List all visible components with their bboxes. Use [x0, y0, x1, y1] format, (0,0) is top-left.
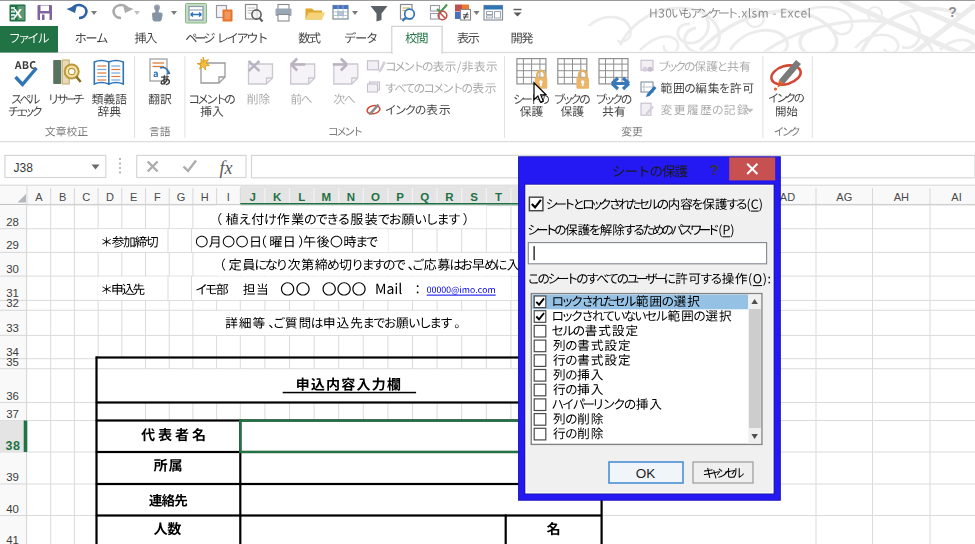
- svg-text:D: D: [106, 191, 114, 203]
- svg-text:P: P: [396, 191, 404, 203]
- svg-text:E: E: [130, 191, 137, 203]
- svg-text:K: K: [273, 191, 282, 203]
- svg-text:?: ?: [710, 162, 719, 178]
- svg-text:35: 35: [6, 356, 19, 368]
- svg-text:N: N: [347, 191, 355, 203]
- svg-text:39: 39: [6, 471, 19, 483]
- svg-text:AH: AH: [894, 191, 909, 203]
- svg-text:36: 36: [6, 390, 19, 402]
- svg-text:I: I: [227, 191, 230, 203]
- svg-text:G: G: [177, 191, 186, 203]
- svg-text:32: 32: [6, 297, 19, 309]
- svg-text:T: T: [495, 191, 502, 203]
- svg-text:38: 38: [6, 439, 21, 453]
- svg-text:30: 30: [6, 263, 19, 275]
- svg-text:A: A: [35, 191, 43, 203]
- svg-text:S: S: [470, 191, 478, 203]
- svg-text:40: 40: [6, 503, 19, 515]
- svg-text:H: H: [201, 191, 209, 203]
- svg-text:J: J: [249, 191, 255, 203]
- svg-text:R: R: [445, 191, 454, 203]
- svg-text:M: M: [322, 191, 332, 203]
- svg-text:AI: AI: [951, 191, 961, 203]
- svg-text:B: B: [59, 191, 66, 203]
- svg-text:28: 28: [6, 216, 19, 228]
- svg-text:L: L: [298, 191, 305, 203]
- svg-text:?: ?: [948, 4, 957, 20]
- svg-text:O: O: [371, 191, 380, 203]
- svg-text:41: 41: [6, 534, 19, 544]
- svg-text:J38: J38: [14, 161, 34, 175]
- svg-text:F: F: [154, 191, 161, 203]
- svg-text:33: 33: [6, 322, 19, 334]
- svg-text:29: 29: [6, 239, 19, 251]
- svg-text:Q: Q: [420, 191, 429, 203]
- svg-text:AG: AG: [836, 191, 852, 203]
- svg-text:OK: OK: [636, 466, 656, 481]
- svg-text:fx: fx: [220, 158, 233, 178]
- svg-text:C: C: [82, 191, 90, 203]
- svg-text:37: 37: [6, 408, 19, 420]
- svg-text:AD: AD: [780, 191, 795, 203]
